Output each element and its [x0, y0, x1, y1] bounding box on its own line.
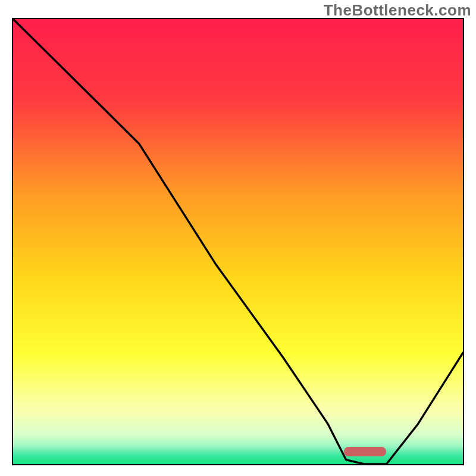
- plot-area: [12, 18, 464, 465]
- optimal-range-marker: [344, 447, 387, 456]
- bottleneck-curve: [13, 19, 463, 464]
- watermark-text: TheBottleneck.com: [324, 1, 471, 20]
- curve-layer: [13, 19, 463, 464]
- bottleneck-chart: TheBottleneck.com: [0, 0, 476, 476]
